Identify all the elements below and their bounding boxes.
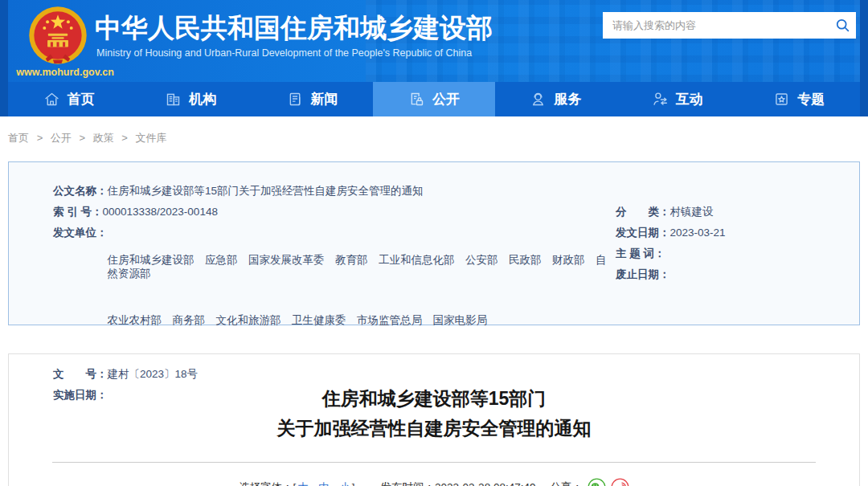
font-size-separator: - [312,481,316,486]
service-icon [530,91,547,108]
breadcrumb-link[interactable]: 文件库 [136,132,167,144]
meta-label: 分 类： [616,205,670,218]
meta-row-repeal-date: 废止日期： [616,268,859,281]
nav-item-interaction[interactable]: 互动 [616,82,738,116]
meta-label: 废止日期： [616,268,670,281]
article-info-row: 选择字体： [ 大 - 中 - 小 ] 发布时间： 2023-03-28 08:… [9,478,859,486]
issuing-units-line: 农业农村部 商务部 文化和旅游部 卫生健康委 市场监管总局 国家电影局 [108,313,616,327]
main-nav: 首页 机构 新闻 公开 [8,82,860,116]
meta-left-column: 公文名称： 住房和城乡建设部等15部门关于加强经营性自建房安全管理的通知 索 引… [53,184,616,325]
publish-time-value: 2023-03-28 08:47:49 [435,481,535,486]
nav-label: 机构 [189,90,216,108]
bracket-close: ] [352,481,355,486]
meta-value: 000013338/2023-00148 [103,205,218,218]
meta-label: 公文名称： [53,184,108,198]
meta-value: 村镇建设 [670,205,714,218]
organization-icon [165,91,182,108]
publish-time-label: 发布时间： [381,480,436,486]
breadcrumb-link[interactable]: 公开 [51,132,72,144]
meta-row-index: 索 引 号： 000013338/2023-00148 [53,205,616,218]
nav-label: 新闻 [311,90,338,108]
meta-row-doc-number: 文 号： 建村〔2023〕18号 [53,367,616,381]
news-icon [287,91,304,108]
meta-label: 文 号： [53,367,108,381]
meta-label: 索 引 号： [53,205,103,218]
meta-row-doc-name: 公文名称： 住房和城乡建设部等15部门关于加强经营性自建房安全管理的通知 [53,184,616,198]
site-url: www.mohurd.gov.cn [13,67,117,78]
nav-item-disclosure[interactable]: 公开 [373,82,494,116]
nav-item-organization[interactable]: 机构 [129,82,251,116]
nav-item-home[interactable]: 首页 [8,82,129,116]
bracket-open: [ [293,481,297,486]
nav-label: 互动 [676,90,703,108]
breadcrumb-separator: > [79,132,85,144]
meta-row-issuing-units: 发文单位： 住房和城乡建设部 应急部 国家发展改革委 教育部 工业和信息化部 公… [53,226,616,360]
share-group: 分享： [550,478,629,486]
meta-right-column: 分 类： 村镇建设 发文日期： 2023-03-21 主 题 词： 废止日期： [616,184,859,325]
top-area: www.mohurd.gov.cn 中华人民共和国住房和城乡建设部 Minist… [0,0,868,116]
title-divider [52,462,816,463]
breadcrumb: 首页 > 公开 > 政策 > 文件库 [0,116,868,157]
font-size-separator: - [333,481,337,486]
publish-time-group: 发布时间： 2023-03-28 08:47:49 [381,480,536,486]
issuing-units-line: 住房和城乡建设部 应急部 国家发展改革委 教育部 工业和信息化部 公安部 民政部… [108,253,616,280]
meta-value: 住房和城乡建设部 应急部 国家发展改革委 教育部 工业和信息化部 公安部 民政部… [108,226,616,360]
wechat-share-icon[interactable] [588,478,606,486]
nav-item-news[interactable]: 新闻 [252,82,373,116]
interaction-icon [652,91,669,108]
font-size-label: 选择字体： [239,480,293,486]
site-title: 中华人民共和国住房和城乡建设部 [95,10,493,47]
search-box [603,12,856,39]
meta-row-category: 分 类： 村镇建设 [616,205,859,218]
home-icon [43,91,60,108]
nav-label: 公开 [432,90,460,108]
weibo-share-icon[interactable] [611,478,629,486]
meta-label: 发文单位： [53,226,108,360]
document-meta-panel: 公文名称： 住房和城乡建设部等15部门关于加强经营性自建房安全管理的通知 索 引… [8,161,860,325]
disclosure-icon [408,91,425,108]
national-emblem-icon [27,5,88,66]
nav-item-service[interactable]: 服务 [495,82,616,116]
site-subtitle: Ministry of Housing and Urban-Rural Deve… [96,47,472,59]
meta-label: 实施日期： [53,388,108,402]
meta-value: 2023-03-21 [670,226,726,239]
search-icon[interactable] [829,18,856,33]
nav-label: 专题 [797,90,825,108]
meta-row-subject: 主 题 词： [616,247,859,260]
share-label: 分享： [550,480,583,486]
breadcrumb-link[interactable]: 首页 [8,132,29,144]
nav-label: 首页 [68,90,95,108]
meta-label: 发文日期： [616,226,670,239]
font-size-small-button[interactable]: 小 [339,480,350,486]
meta-row-issue-date: 发文日期： 2023-03-21 [616,226,859,239]
meta-value: 住房和城乡建设部等15部门关于加强经营性自建房安全管理的通知 [108,184,424,198]
meta-label: 主 题 词： [616,247,665,260]
breadcrumb-separator: > [121,132,128,144]
breadcrumb-link[interactable]: 政策 [93,132,114,144]
breadcrumb-separator: > [37,132,43,144]
site-header: www.mohurd.gov.cn 中华人民共和国住房和城乡建设部 Minist… [8,0,860,82]
font-size-large-button[interactable]: 大 [297,480,309,486]
font-size-medium-button[interactable]: 中 [318,480,330,486]
nav-label: 服务 [554,90,581,108]
topics-icon [773,91,790,108]
nav-item-topics[interactable]: 专题 [739,82,860,116]
meta-value: 建村〔2023〕18号 [108,367,199,381]
font-size-selector: 选择字体： [ 大 - 中 - 小 ] [239,480,355,486]
search-input[interactable] [603,19,829,31]
article-title-line2: 关于加强经营性自建房安全管理的通知 [9,414,859,443]
